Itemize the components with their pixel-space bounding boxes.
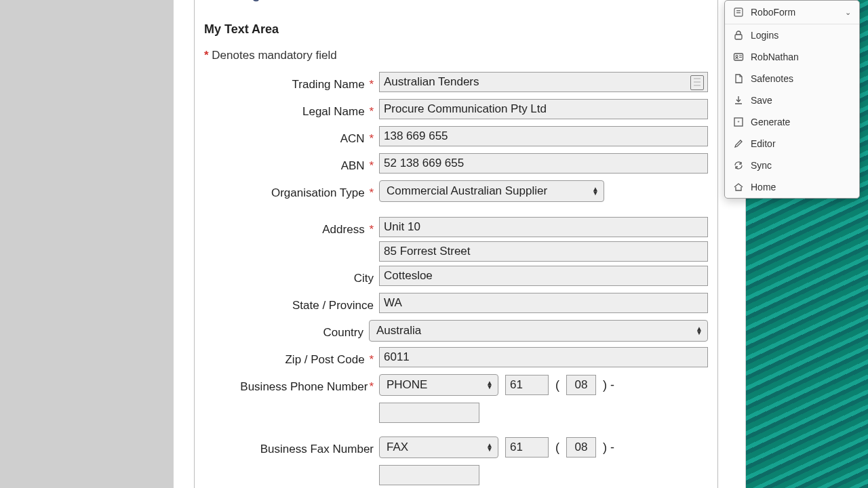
roboform-item-label: Logins	[751, 30, 778, 41]
label-phone: Business Phone Number*	[204, 374, 379, 397]
contact-card-icon[interactable]	[690, 75, 704, 90]
phone-cc-input[interactable]	[505, 375, 549, 395]
paren-close: ) -	[603, 378, 614, 392]
postcode-input[interactable]	[379, 347, 708, 367]
label-state: State / Province	[204, 293, 379, 316]
svg-rect-3	[735, 35, 742, 39]
roboform-item-robnathan[interactable]: RobNathan	[725, 46, 859, 68]
pencil-icon	[733, 138, 744, 149]
country-select[interactable]: Australia ▲▼	[369, 320, 708, 342]
roboform-item-safenotes[interactable]: Safenotes	[725, 68, 859, 89]
note-icon	[733, 73, 744, 84]
label-org-type: Organisation Type *	[204, 180, 379, 203]
paren-open: (	[555, 441, 559, 455]
mandatory-star: *	[204, 49, 212, 62]
label-address: Address *	[204, 217, 379, 240]
roboform-panel[interactable]: RoboForm ⌄ LoginsRobNathanSafenotesSave*…	[724, 0, 860, 199]
section-title: My Text Area	[204, 22, 708, 37]
idcard-icon	[733, 52, 744, 62]
mandatory-note: * Denotes mandatory field	[204, 49, 708, 62]
abn-input[interactable]	[379, 153, 708, 174]
roboform-item-save[interactable]: Save	[725, 89, 859, 111]
acn-input[interactable]	[379, 126, 708, 146]
paren-open: (	[555, 378, 559, 392]
mandatory-note-text: Denotes mandatory field	[212, 49, 336, 62]
roboform-item-sync[interactable]: Sync	[725, 155, 859, 176]
phone-type-select[interactable]: PHONE ▲▼	[379, 374, 498, 396]
roboform-title: RoboForm	[751, 7, 795, 18]
fax-number-input[interactable]	[379, 465, 479, 485]
form-card: Trading Information My Text Area * Denot…	[173, 0, 746, 488]
roboform-item-label: Generate	[751, 117, 790, 127]
chevron-down-icon: ⌄	[845, 8, 851, 17]
roboform-item-home[interactable]: Home	[725, 176, 859, 198]
roboform-item-logins[interactable]: Logins	[725, 24, 859, 46]
label-acn: ACN *	[204, 126, 379, 149]
roboform-item-generate[interactable]: *Generate	[725, 111, 859, 133]
svg-rect-1	[736, 10, 741, 12]
legal-name-input[interactable]	[379, 99, 708, 119]
roboform-item-label: Save	[751, 95, 772, 106]
label-city: City	[204, 266, 379, 289]
label-trading-name: Trading Name *	[204, 72, 379, 95]
svg-rect-2	[736, 12, 741, 14]
fax-area-input[interactable]	[566, 437, 596, 458]
label-postcode: Zip / Post Code *	[204, 347, 379, 370]
left-gutter	[0, 0, 173, 488]
roboform-item-editor[interactable]: Editor	[725, 133, 859, 155]
svg-point-5	[736, 56, 738, 58]
lock-icon	[733, 30, 744, 41]
home-icon	[733, 182, 744, 192]
label-fax: Business Fax Number	[204, 436, 379, 460]
fax-type-value: FAX	[379, 436, 498, 458]
roboform-item-label: Sync	[751, 160, 772, 171]
generate-icon: *	[733, 117, 744, 127]
fax-type-select[interactable]: FAX ▲▼	[379, 436, 498, 458]
roboform-header[interactable]: RoboForm ⌄	[725, 1, 859, 24]
phone-area-input[interactable]	[566, 375, 596, 395]
roboform-item-label: Editor	[751, 138, 776, 149]
state-input[interactable]	[379, 293, 708, 313]
city-input[interactable]	[379, 266, 708, 286]
sync-icon	[733, 160, 744, 171]
trading-name-input[interactable]	[379, 72, 708, 92]
address-line2-input[interactable]	[379, 241, 708, 262]
org-type-select[interactable]: Commercial Australian Supplier ▲▼	[379, 180, 604, 202]
address-line1-input[interactable]	[379, 217, 708, 237]
label-abn: ABN *	[204, 153, 379, 176]
svg-text:*: *	[737, 119, 739, 125]
roboform-item-label: Home	[751, 182, 776, 192]
roboform-item-label: RobNathan	[751, 52, 799, 62]
phone-number-input[interactable]	[379, 403, 479, 423]
trading-information-fieldset: Trading Information My Text Area * Denot…	[194, 0, 718, 488]
country-value: Australia	[369, 320, 708, 342]
org-type-value: Commercial Australian Supplier	[379, 180, 604, 202]
roboform-logo-icon	[733, 7, 744, 18]
paren-close: ) -	[603, 441, 614, 455]
label-country: Country	[204, 320, 369, 343]
download-icon	[733, 95, 744, 106]
fax-cc-input[interactable]	[505, 437, 549, 458]
roboform-item-label: Safenotes	[751, 73, 793, 84]
label-legal-name: Legal Name *	[204, 99, 379, 122]
fieldset-legend: Trading Information	[208, 0, 340, 2]
phone-type-value: PHONE	[379, 374, 498, 396]
